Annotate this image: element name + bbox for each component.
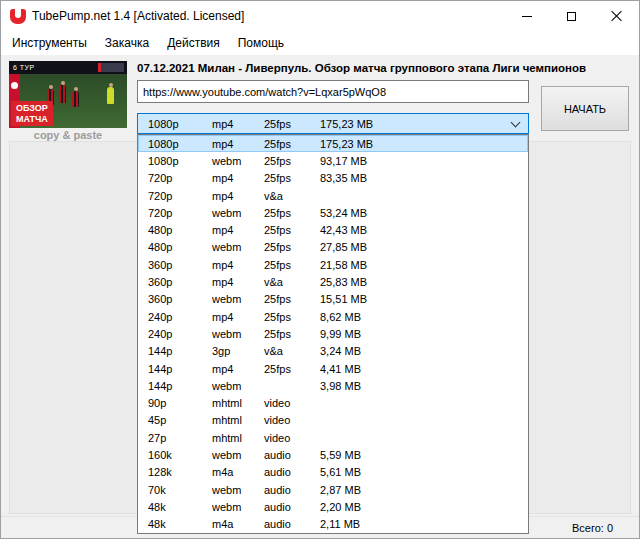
format-option[interactable]: 360pmp425fps21,58 MB (138, 256, 528, 273)
url-input[interactable] (137, 80, 529, 103)
format-option-container: mp4 (212, 224, 233, 236)
format-option-quality: 360p (148, 259, 172, 271)
format-option-fps: 25fps (264, 224, 291, 236)
format-option[interactable]: 480pmp425fps42,43 MB (138, 221, 528, 238)
close-button[interactable] (594, 1, 639, 31)
status-total: Всего: 0 (572, 522, 613, 534)
format-option-quality: 720p (148, 172, 172, 184)
format-option-fps: 25fps (264, 293, 291, 305)
format-option-container: webm (212, 155, 241, 167)
video-thumbnail[interactable]: 6 ТУР ОБЗОР МАТЧА (9, 61, 127, 128)
format-option-size: 93,17 MB (320, 155, 367, 167)
thumbnail-round-badge: 6 ТУР (13, 64, 35, 71)
format-option-fps: video (264, 432, 290, 444)
thumbnail-overlay-line2: МАТЧА (16, 114, 48, 124)
copy-paste-hint: copy & paste (9, 129, 127, 141)
format-option-size: 8,62 MB (320, 311, 361, 323)
format-option-quality: 144p (148, 345, 172, 357)
format-option-fps: 25fps (264, 259, 291, 271)
format-option-size: 175,23 MB (320, 138, 373, 150)
format-option-container: webm (212, 501, 241, 513)
format-option-quality: 720p (148, 190, 172, 202)
thumbnail-player-figure (72, 91, 79, 107)
window-controls (504, 1, 639, 31)
format-option-container: mp4 (212, 276, 233, 288)
format-option[interactable]: 720pmp425fps83,35 MB (138, 170, 528, 187)
format-option-container: mhtml (212, 397, 242, 409)
menu-help[interactable]: Помощь (229, 33, 293, 53)
format-option-container: webm (212, 328, 241, 340)
titlebar: TubePump.net 1.4 [Activated. Licensed] (1, 1, 639, 31)
format-option[interactable]: 1080pmp425fps175,23 MB (138, 135, 528, 152)
format-option-size: 53,24 MB (320, 207, 367, 219)
format-option-quality: 160k (148, 449, 172, 461)
format-option[interactable]: 360pmp4v&a25,83 MB (138, 273, 528, 290)
format-option[interactable]: 144p3gpv&a3,24 MB (138, 343, 528, 360)
menu-tools[interactable]: Инструменты (3, 33, 96, 53)
format-option-container: mp4 (212, 190, 233, 202)
chevron-down-icon (511, 118, 521, 128)
format-option-fps: v&a (264, 276, 283, 288)
format-option-fps: audio (264, 466, 291, 478)
format-dropdown-list[interactable]: 1080pmp425fps175,23 MB1080pwebm25fps93,1… (137, 134, 529, 534)
format-option[interactable]: 144pwebm3,98 MB (138, 377, 528, 394)
format-option-fps: audio (264, 449, 291, 461)
format-option-fps: 25fps (264, 311, 291, 323)
format-option[interactable]: 45pmhtmlvideo (138, 412, 528, 429)
format-option[interactable]: 720pmp4v&a (138, 187, 528, 204)
format-option[interactable]: 720pwebm25fps53,24 MB (138, 204, 528, 221)
format-option[interactable]: 1080pwebm25fps93,17 MB (138, 152, 528, 169)
start-button[interactable]: НАЧАТЬ (541, 86, 629, 131)
format-option-size: 2,20 MB (320, 501, 361, 513)
format-combobox[interactable]: 1080p mp4 25fps 175,23 MB (137, 113, 529, 134)
format-option-fps: video (264, 414, 290, 426)
format-option-container: mp4 (212, 172, 233, 184)
format-option-quality: 48k (148, 501, 166, 513)
format-option-fps: audio (264, 484, 291, 496)
format-option[interactable]: 48kwebmaudio2,20 MB (138, 498, 528, 515)
format-option-fps: v&a (264, 190, 283, 202)
window-title: TubePump.net 1.4 [Activated. Licensed] (32, 9, 244, 23)
maximize-icon (567, 12, 576, 21)
format-option-size: 3,24 MB (320, 345, 361, 357)
format-option-container: mp4 (212, 138, 233, 150)
format-option[interactable]: 90pmhtmlvideo (138, 394, 528, 411)
format-option-size: 9,99 MB (320, 328, 361, 340)
format-option[interactable]: 160kwebmaudio5,59 MB (138, 446, 528, 463)
selected-format-quality: 1080p (148, 118, 179, 130)
format-option[interactable]: 144pmp425fps4,41 MB (138, 360, 528, 377)
format-option[interactable]: 48km4aaudio2,11 MB (138, 516, 528, 533)
format-option[interactable]: 70kwebmaudio2,87 MB (138, 481, 528, 498)
format-option-quality: 48k (148, 518, 166, 530)
format-option-container: webm (212, 380, 241, 392)
video-title: 07.12.2021 Милан - Ливерпуль. Обзор матч… (137, 62, 634, 74)
menu-actions[interactable]: Действия (158, 33, 229, 53)
format-option-fps: 25fps (264, 155, 291, 167)
thumbnail-scoreboard (98, 63, 124, 72)
format-option-quality: 70k (148, 484, 166, 496)
format-option-container: mp4 (212, 311, 233, 323)
format-option-container: webm (212, 207, 241, 219)
format-option[interactable]: 240pwebm25fps9,99 MB (138, 325, 528, 342)
format-option[interactable]: 480pwebm25fps27,85 MB (138, 239, 528, 256)
format-option[interactable]: 240pmp425fps8,62 MB (138, 308, 528, 325)
thumbnail-player-figure (59, 85, 66, 103)
format-option-container: webm (212, 293, 241, 305)
minimize-icon (522, 16, 532, 17)
format-option-container: mp4 (212, 363, 233, 375)
app-window: TubePump.net 1.4 [Activated. Licensed] И… (0, 0, 640, 539)
format-option-quality: 240p (148, 328, 172, 340)
format-option-container: webm (212, 484, 241, 496)
format-option[interactable]: 128km4aaudio5,61 MB (138, 464, 528, 481)
format-option-container: mhtml (212, 432, 242, 444)
selected-format-container: mp4 (212, 118, 233, 130)
maximize-button[interactable] (549, 1, 594, 31)
format-option-fps: 25fps (264, 363, 291, 375)
format-option[interactable]: 27pmhtmlvideo (138, 429, 528, 446)
format-option-size: 4,41 MB (320, 363, 361, 375)
minimize-button[interactable] (504, 1, 549, 31)
close-icon (611, 10, 623, 22)
format-option[interactable]: 360pwebm25fps15,51 MB (138, 291, 528, 308)
menu-download[interactable]: Закачка (96, 33, 158, 53)
format-option-size: 3,98 MB (320, 380, 361, 392)
